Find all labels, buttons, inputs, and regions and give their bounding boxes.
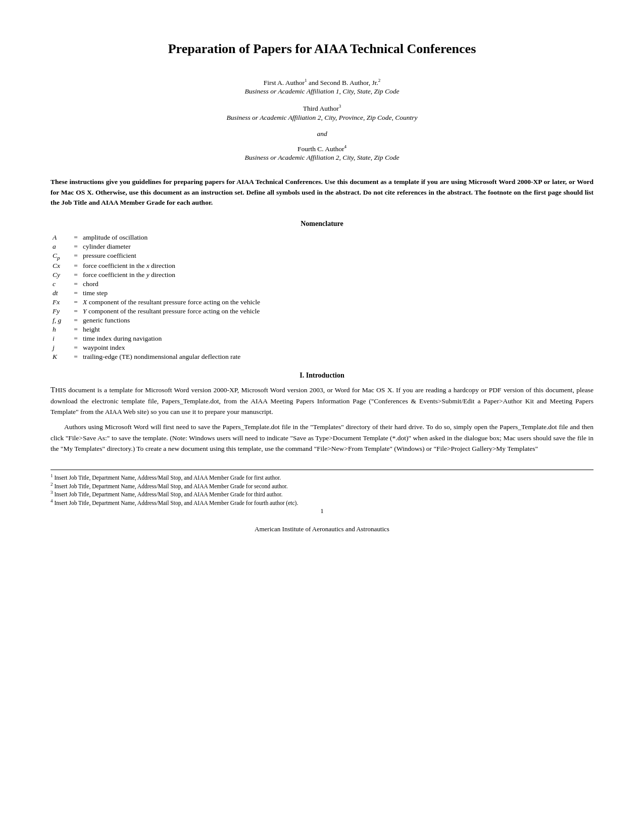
eq-Cx: = — [71, 261, 81, 270]
author3-name-line: Third Author3 — [51, 104, 593, 113]
def-Fx: X component of the resultant pressure fo… — [81, 298, 593, 307]
affiliation-3: Business or Academic Affiliation 2, City… — [51, 154, 593, 162]
authors-group-3: Fourth C. Author4 Business or Academic A… — [51, 144, 593, 162]
symbol-K: K — [51, 352, 71, 361]
author-and-connector: and — [309, 78, 320, 86]
symbol-Cy: Cy — [51, 270, 71, 280]
eq-K: = — [71, 352, 81, 361]
symbol-Cp: Cp — [51, 251, 71, 261]
nomenclature-table: A = amplitude of oscillation a = cylinde… — [51, 233, 593, 361]
def-dt: time step — [81, 289, 593, 298]
def-a: cylinder diameter — [81, 242, 593, 251]
eq-h: = — [71, 325, 81, 334]
eq-A: = — [71, 233, 81, 242]
symbol-Fy: Fy — [51, 307, 71, 316]
table-row: A = amplitude of oscillation — [51, 233, 593, 242]
table-row: j = waypoint index — [51, 343, 593, 352]
table-row: Cx = force coefficient in the x directio… — [51, 261, 593, 270]
affiliation-1: Business or Academic Affiliation 1, City… — [51, 87, 593, 96]
table-row: dt = time step — [51, 289, 593, 298]
author3-name: Third Author — [303, 105, 339, 112]
eq-i: = — [71, 334, 81, 343]
def-Fy: Y component of the resultant pressure fo… — [81, 307, 593, 316]
eq-fg: = — [71, 316, 81, 325]
eq-Cp: = — [71, 251, 81, 261]
author2-name: Second B. Author, Jr. — [320, 78, 378, 86]
table-row: c = chord — [51, 280, 593, 289]
def-fg: generic functions — [81, 316, 593, 325]
eq-a: = — [71, 242, 81, 251]
def-A: amplitude of oscillation — [81, 233, 593, 242]
table-row: a = cylinder diameter — [51, 242, 593, 251]
author1-name: First A. Author — [264, 78, 305, 86]
symbol-Fx: Fx — [51, 298, 71, 307]
page-number: 1 — [51, 507, 593, 515]
eq-Cy: = — [71, 270, 81, 280]
eq-dt: = — [71, 289, 81, 298]
table-row: f, g = generic functions — [51, 316, 593, 325]
symbol-j: j — [51, 343, 71, 352]
eq-c: = — [71, 280, 81, 289]
introduction-header: I. Introduction — [51, 372, 593, 380]
footnote-3: 3 Insert Job Title, Department Name, Add… — [51, 490, 593, 497]
intro-paragraph-2: Authors using Microsoft Word will first … — [51, 422, 593, 454]
footnote-1: 1 Insert Job Title, Department Name, Add… — [51, 473, 593, 481]
page-footer: American Institute of Aeronautics and As… — [51, 525, 593, 533]
def-c: chord — [81, 280, 593, 289]
affiliation-2: Business or Academic Affiliation 2, City… — [51, 114, 593, 122]
def-Cp: pressure coefficient — [81, 251, 593, 261]
def-h: height — [81, 325, 593, 334]
symbol-i: i — [51, 334, 71, 343]
eq-Fy: = — [71, 307, 81, 316]
table-row: Cp = pressure coefficient — [51, 251, 593, 261]
eq-j: = — [71, 343, 81, 352]
symbol-h: h — [51, 325, 71, 334]
def-j: waypoint index — [81, 343, 593, 352]
def-Cy: force coefficient in the y direction — [81, 270, 593, 280]
author2-sup: 2 — [378, 78, 381, 83]
author1-sup: 1 — [305, 78, 307, 83]
footnote-2: 2 Insert Job Title, Department Name, Add… — [51, 482, 593, 489]
authors-group-1: First A. Author1 and Second B. Author, J… — [51, 78, 593, 96]
table-row: Fy = Y component of the resultant pressu… — [51, 307, 593, 316]
author-line-1: First A. Author1 and Second B. Author, J… — [51, 78, 593, 87]
nomenclature-header: Nomenclature — [51, 220, 593, 228]
intro-para2-text: Authors using Microsoft Word will first … — [51, 423, 593, 452]
abstract-text: These instructions give you guidelines f… — [51, 177, 593, 208]
author4-sup: 4 — [344, 144, 347, 149]
authors-group-2: Third Author3 Business or Academic Affil… — [51, 104, 593, 122]
table-row: i = time index during navigation — [51, 334, 593, 343]
def-K: trailing-edge (TE) nondimensional angula… — [81, 352, 593, 361]
symbol-a: a — [51, 242, 71, 251]
symbol-c: c — [51, 280, 71, 289]
table-row: Cy = force coefficient in the y directio… — [51, 270, 593, 280]
footnote-4: 4 Insert Job Title, Department Name, Add… — [51, 498, 593, 506]
author3-sup: 3 — [339, 104, 341, 109]
author4-name: Fourth C. Author — [298, 145, 344, 152]
table-row: K = trailing-edge (TE) nondimensional an… — [51, 352, 593, 361]
page: Preparation of Papers for AIAA Technical… — [0, 0, 644, 834]
symbol-A: A — [51, 233, 71, 242]
eq-Fx: = — [71, 298, 81, 307]
introduction-body: THIS document is a template for Microsof… — [51, 384, 593, 454]
def-i: time index during navigation — [81, 334, 593, 343]
table-row: Fx = X component of the resultant pressu… — [51, 298, 593, 307]
introduction-section: I. Introduction THIS document is a templ… — [51, 372, 593, 454]
and-separator: and — [51, 130, 593, 138]
symbol-Cx: Cx — [51, 261, 71, 270]
table-row: h = height — [51, 325, 593, 334]
symbol-dt: dt — [51, 289, 71, 298]
author4-name-line: Fourth C. Author4 — [51, 144, 593, 153]
dropcap-T: T — [51, 386, 55, 394]
intro-para1-text: HIS document is a template for Microsoft… — [51, 386, 593, 416]
intro-paragraph-1: THIS document is a template for Microsof… — [51, 384, 593, 418]
symbol-fg: f, g — [51, 316, 71, 325]
abstract-section: These instructions give you guidelines f… — [51, 177, 593, 208]
page-title: Preparation of Papers for AIAA Technical… — [51, 40, 593, 58]
footnote-section: 1 Insert Job Title, Department Name, Add… — [51, 470, 593, 506]
def-Cx: force coefficient in the x direction — [81, 261, 593, 270]
